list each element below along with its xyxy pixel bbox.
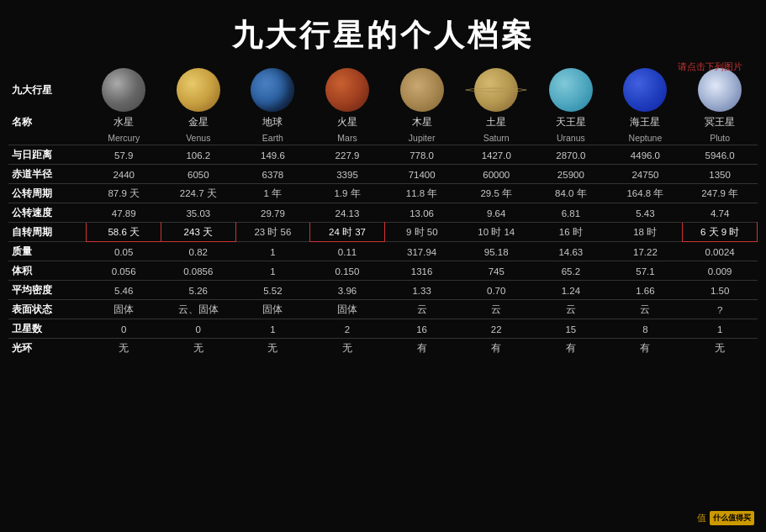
label-name: 名称 — [8, 113, 87, 131]
dist-neptune: 4496.0 — [608, 145, 683, 165]
name-en-mars: Mars — [310, 131, 385, 145]
vol-saturn: 745 — [459, 261, 534, 281]
label-surface: 表面状态 — [8, 300, 87, 319]
ring-uranus: 有 — [534, 339, 609, 358]
img-jupiter[interactable] — [384, 66, 459, 113]
watermark: 值 什么值得买 — [697, 511, 754, 525]
rp-saturn: 10 时 14 — [459, 223, 534, 242]
vol-neptune: 57.1 — [608, 261, 683, 281]
name-cn-mercury: 水星 — [87, 113, 161, 131]
watermark-logo: 什么值得买 — [710, 511, 754, 525]
moon-uranus: 15 — [534, 319, 609, 339]
rad-pluto: 1350 — [683, 165, 758, 184]
dist-mercury: 57.9 — [87, 145, 161, 165]
name-en-venus: Venus — [161, 131, 235, 145]
rp-neptune: 18 时 — [608, 223, 683, 242]
rp-pluto: 6 天 9 时 — [683, 223, 758, 242]
surf-saturn: 云 — [459, 300, 534, 319]
os-saturn: 9.64 — [459, 203, 534, 223]
rad-earth: 6378 — [235, 165, 310, 184]
vol-mercury: 0.056 — [87, 261, 161, 281]
mass-saturn: 95.18 — [459, 242, 534, 261]
rad-mercury: 2440 — [87, 165, 161, 184]
name-en-uranus: Uranus — [534, 131, 609, 145]
img-earth[interactable] — [235, 66, 310, 113]
op-jupiter: 11.8 年 — [384, 184, 459, 203]
surf-mercury: 固体 — [87, 300, 161, 319]
ring-venus: 无 — [161, 339, 235, 358]
watermark-text: 值 — [697, 512, 706, 524]
vol-earth: 1 — [235, 261, 310, 281]
moon-pluto: 1 — [683, 319, 758, 339]
rp-mercury: 58.6 天 — [87, 223, 161, 242]
name-en-earth: Earth — [235, 131, 310, 145]
op-saturn: 29.5 年 — [459, 184, 534, 203]
name-cn-earth: 地球 — [235, 113, 310, 131]
img-saturn[interactable] — [459, 66, 534, 113]
img-uranus[interactable] — [534, 66, 609, 113]
vol-venus: 0.0856 — [161, 261, 235, 281]
surf-uranus: 云 — [534, 300, 609, 319]
label-rings: 光环 — [8, 339, 87, 358]
op-pluto: 247.9 年 — [683, 184, 758, 203]
ring-pluto: 无 — [683, 339, 758, 358]
name-en-row: Mercury Venus Earth Mars Jupiter Saturn … — [8, 131, 758, 145]
moon-saturn: 22 — [459, 319, 534, 339]
surf-earth: 固体 — [235, 300, 310, 319]
den-jupiter: 1.33 — [384, 281, 459, 300]
rad-neptune: 24750 — [608, 165, 683, 184]
radius-row: 赤道半径 2440 6050 6378 3395 71400 60000 259… — [8, 165, 758, 184]
label-mass: 质量 — [8, 242, 87, 261]
surf-mars: 固体 — [310, 300, 385, 319]
img-mars[interactable] — [310, 66, 385, 113]
den-venus: 5.26 — [161, 281, 235, 300]
op-mars: 1.9 年 — [310, 184, 385, 203]
dist-uranus: 2870.0 — [534, 145, 609, 165]
vol-pluto: 0.009 — [683, 261, 758, 281]
os-uranus: 6.81 — [534, 203, 609, 223]
dist-venus: 106.2 — [161, 145, 235, 165]
name-cn-venus: 金星 — [161, 113, 235, 131]
name-en-saturn: Saturn — [459, 131, 534, 145]
den-mercury: 5.46 — [87, 281, 161, 300]
img-mercury[interactable] — [87, 66, 161, 113]
rad-jupiter: 71400 — [384, 165, 459, 184]
op-uranus: 84.0 年 — [534, 184, 609, 203]
vol-jupiter: 1316 — [384, 261, 459, 281]
ring-jupiter: 有 — [384, 339, 459, 358]
rad-saturn: 60000 — [459, 165, 534, 184]
dist-jupiter: 778.0 — [384, 145, 459, 165]
click-hint: 请点击下列图片 — [678, 61, 742, 73]
mass-venus: 0.82 — [161, 242, 235, 261]
surf-pluto: ? — [683, 300, 758, 319]
density-row: 平均密度 5.46 5.26 5.52 3.96 1.33 0.70 1.24 … — [8, 281, 758, 300]
img-neptune[interactable] — [608, 66, 683, 113]
den-pluto: 1.50 — [683, 281, 758, 300]
data-table-wrapper: 九大行星 — [0, 66, 766, 357]
mass-mercury: 0.05 — [87, 242, 161, 261]
img-venus[interactable] — [161, 66, 235, 113]
mass-earth: 1 — [235, 242, 310, 261]
surf-venus: 云、固体 — [161, 300, 235, 319]
name-en-pluto: Pluto — [683, 131, 758, 145]
planets-table: 九大行星 — [8, 66, 758, 357]
os-venus: 35.03 — [161, 203, 235, 223]
label-orbital-speed: 公转速度 — [8, 203, 87, 223]
den-saturn: 0.70 — [459, 281, 534, 300]
name-cn-jupiter: 木星 — [384, 113, 459, 131]
rad-mars: 3395 — [310, 165, 385, 184]
name-cn-pluto: 冥王星 — [683, 113, 758, 131]
rp-jupiter: 9 时 50 — [384, 223, 459, 242]
name-en-neptune: Neptune — [608, 131, 683, 145]
rp-earth: 23 时 56 — [235, 223, 310, 242]
ring-saturn: 有 — [459, 339, 534, 358]
mass-row: 质量 0.05 0.82 1 0.11 317.94 95.18 14.63 1… — [8, 242, 758, 261]
surf-neptune: 云 — [608, 300, 683, 319]
dist-saturn: 1427.0 — [459, 145, 534, 165]
name-cn-neptune: 海王星 — [608, 113, 683, 131]
img-pluto[interactable] — [683, 66, 758, 113]
os-neptune: 5.43 — [608, 203, 683, 223]
mass-mars: 0.11 — [310, 242, 385, 261]
ring-earth: 无 — [235, 339, 310, 358]
page-title: 九大行星的个人档案 — [0, 0, 766, 63]
